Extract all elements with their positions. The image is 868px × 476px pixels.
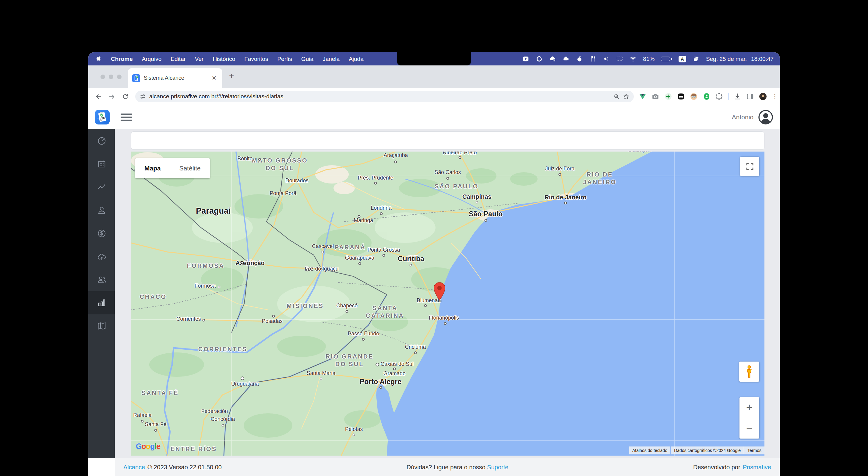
wifi-icon[interactable]	[629, 56, 637, 62]
map-label: Florianópolis	[429, 315, 459, 322]
map-label: Guarapuava	[345, 255, 374, 262]
menubar-menu-editar[interactable]: Editar	[170, 56, 186, 62]
fruit-icon[interactable]	[576, 56, 583, 62]
map-label: Campinas	[462, 193, 492, 200]
menubar-menu-janela[interactable]: Janela	[322, 56, 340, 62]
app-content: ParaguaiMATO GROSSO DO SULSÃO PAULORIO D…	[88, 129, 780, 458]
goggles-icon[interactable]	[677, 93, 685, 100]
map-label: Bonito	[238, 156, 253, 162]
menubar-clock[interactable]: Seg. 25 de mar.18:00:47	[706, 56, 774, 62]
pegman-control[interactable]	[739, 362, 759, 382]
sidebar-item-users[interactable]	[88, 268, 115, 291]
sidebar-item-cloud-upload[interactable]	[88, 245, 115, 268]
site-settings-icon[interactable]	[140, 93, 146, 100]
sidebar-item-calendar[interactable]	[88, 152, 115, 176]
terms-link[interactable]: Termos	[744, 446, 765, 454]
cloud-icon[interactable]	[562, 56, 569, 62]
footer-support-link[interactable]: Suporte	[487, 464, 508, 471]
sidebar-item-dollar[interactable]	[88, 222, 115, 245]
control-center-icon[interactable]	[692, 56, 700, 62]
menubar-menu-ajuda[interactable]: Ajuda	[349, 56, 364, 62]
menu-toggle-button[interactable]	[121, 113, 132, 121]
chrome-toolbar: alcance.prismafive.com.br/#/relatorios/v…	[88, 88, 780, 105]
cloud-error-icon[interactable]	[549, 56, 556, 62]
footer-prismafive-link[interactable]: Prismafive	[743, 464, 771, 471]
footer-developed-text: Desenvolvido por	[693, 464, 740, 471]
more-icon[interactable]: ⋮	[772, 96, 775, 97]
menubar-app-name[interactable]: Chrome	[111, 56, 133, 62]
menubar-menu-arquivo[interactable]: Arquivo	[142, 56, 161, 62]
location-marker[interactable]	[433, 282, 446, 303]
footer-brand-link[interactable]: Alcance	[123, 464, 145, 471]
download-icon[interactable]	[733, 93, 741, 100]
screen-record-icon[interactable]	[522, 56, 529, 62]
alcance-logo[interactable]	[95, 110, 110, 125]
map-label: Caxias do Sul	[381, 361, 413, 368]
camera-icon[interactable]	[651, 93, 659, 100]
map-type-map-button[interactable]: Mapa	[135, 158, 170, 178]
close-window-button[interactable]	[100, 75, 105, 79]
map-label: Corrientes	[176, 316, 201, 323]
map-city-ring	[241, 376, 244, 380]
menubar-menu-perfis[interactable]: Perfis	[277, 56, 292, 62]
sync-icon[interactable]	[536, 56, 543, 62]
side-panel-icon[interactable]	[746, 93, 754, 100]
minimize-window-button[interactable]	[109, 75, 113, 79]
zoom-in-button[interactable]: +	[740, 397, 759, 418]
map-city-dot	[458, 156, 461, 159]
map-city-dot	[484, 219, 487, 222]
map-label: Gramado	[383, 370, 406, 377]
map-city-dot	[414, 351, 416, 354]
sidebar-item-gauge[interactable]	[88, 129, 115, 152]
menubar-menu-ver[interactable]: Ver	[195, 56, 204, 62]
vue-icon[interactable]	[639, 93, 647, 100]
window-controls[interactable]	[100, 75, 122, 79]
menubar-menu-histórico[interactable]: Histórico	[213, 56, 235, 62]
tab-close-icon[interactable]: ✕	[210, 74, 218, 82]
sidebar-item-line-chart[interactable]	[88, 176, 115, 199]
apple-menu-icon[interactable]	[96, 56, 102, 62]
menubar-menu-favoritos[interactable]: Favoritos	[244, 56, 268, 62]
input-source-badge[interactable]: A	[679, 56, 686, 62]
zoom-page-icon[interactable]	[613, 93, 620, 100]
report-filter-panel[interactable]	[131, 132, 765, 150]
map-label: Concórdia	[211, 416, 235, 423]
forward-button[interactable]	[106, 91, 117, 102]
map-label: Criciúma	[405, 344, 426, 351]
menubar-menu-guia[interactable]: Guia	[301, 56, 313, 62]
sidebar-item-bar-chart-active[interactable]	[88, 291, 115, 314]
screen-mirror-icon[interactable]	[616, 56, 623, 62]
google-map[interactable]: ParaguaiMATO GROSSO DO SULSÃO PAULORIO D…	[131, 151, 765, 455]
bookmark-star-icon[interactable]	[623, 93, 629, 100]
extensions-icon[interactable]	[715, 93, 723, 100]
persona-icon[interactable]	[690, 93, 698, 100]
sidebar-item-user[interactable]	[88, 199, 115, 222]
new-tab-button[interactable]: +	[229, 71, 234, 81]
fullscreen-button[interactable]	[740, 157, 759, 176]
utensils-icon[interactable]	[589, 56, 596, 62]
user-name[interactable]: Antonio	[732, 113, 753, 121]
battery-icon[interactable]	[661, 57, 672, 61]
map-label: São Carlos	[435, 169, 461, 176]
volume-icon[interactable]	[603, 56, 610, 62]
map-city-dot	[394, 160, 397, 163]
map-label: Juiz de Fora	[545, 166, 575, 172]
add-icon[interactable]	[664, 93, 672, 100]
sidebar-item-map[interactable]	[88, 314, 115, 338]
google-logo[interactable]: Google	[136, 442, 160, 451]
map-label: MISIONES	[287, 302, 324, 310]
person-green-icon[interactable]	[703, 93, 711, 100]
user-avatar[interactable]	[758, 110, 773, 125]
url-text[interactable]: alcance.prismafive.com.br/#/relatorios/v…	[149, 93, 610, 100]
profile-icon[interactable]	[759, 93, 767, 100]
zoom-window-button[interactable]	[117, 75, 122, 79]
url-bar[interactable]: alcance.prismafive.com.br/#/relatorios/v…	[135, 91, 634, 102]
zoom-out-button[interactable]: −	[740, 418, 759, 439]
keyboard-shortcuts-link[interactable]: Atalhos do teclado	[629, 446, 670, 454]
browser-tab[interactable]: Sistema Alcance ✕	[128, 68, 222, 88]
map-city-dot	[154, 429, 157, 432]
back-button[interactable]	[93, 91, 103, 102]
reload-button[interactable]	[120, 91, 130, 102]
map-type-satellite-button[interactable]: Satélite	[170, 158, 210, 178]
map-city-dot	[362, 338, 365, 341]
